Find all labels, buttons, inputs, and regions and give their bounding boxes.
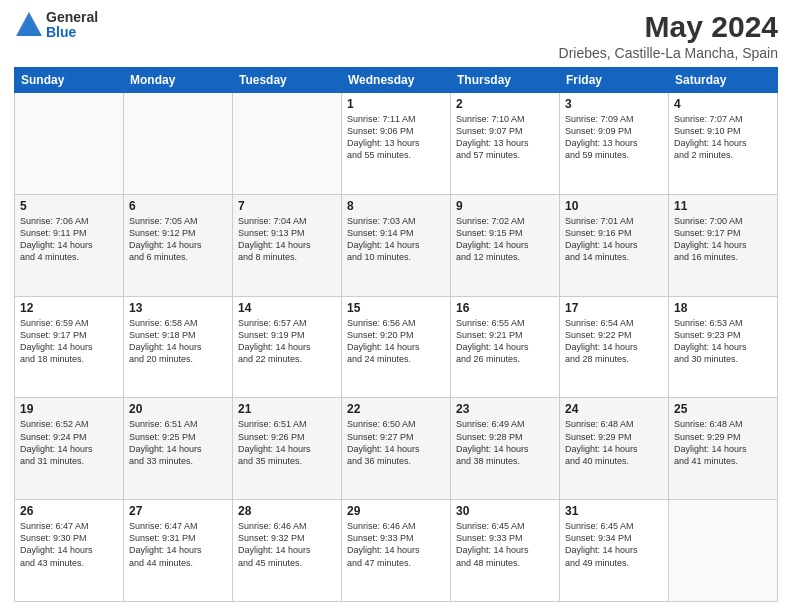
calendar-day: 14Sunrise: 6:57 AM Sunset: 9:19 PM Dayli… xyxy=(233,296,342,398)
day-number: 31 xyxy=(565,504,663,518)
day-number: 13 xyxy=(129,301,227,315)
calendar-day: 12Sunrise: 6:59 AM Sunset: 9:17 PM Dayli… xyxy=(15,296,124,398)
day-number: 15 xyxy=(347,301,445,315)
day-info: Sunrise: 6:46 AM Sunset: 9:32 PM Dayligh… xyxy=(238,520,336,569)
day-number: 25 xyxy=(674,402,772,416)
day-info: Sunrise: 6:59 AM Sunset: 9:17 PM Dayligh… xyxy=(20,317,118,366)
day-info: Sunrise: 7:11 AM Sunset: 9:06 PM Dayligh… xyxy=(347,113,445,162)
day-number: 7 xyxy=(238,199,336,213)
month-title: May 2024 xyxy=(559,10,778,43)
day-number: 14 xyxy=(238,301,336,315)
calendar-week-row: 1Sunrise: 7:11 AM Sunset: 9:06 PM Daylig… xyxy=(15,93,778,195)
day-number: 4 xyxy=(674,97,772,111)
calendar-header-row: Sunday Monday Tuesday Wednesday Thursday… xyxy=(15,68,778,93)
day-info: Sunrise: 7:01 AM Sunset: 9:16 PM Dayligh… xyxy=(565,215,663,264)
day-number: 9 xyxy=(456,199,554,213)
day-info: Sunrise: 6:52 AM Sunset: 9:24 PM Dayligh… xyxy=(20,418,118,467)
day-number: 29 xyxy=(347,504,445,518)
logo-icon xyxy=(14,10,44,40)
col-monday: Monday xyxy=(124,68,233,93)
calendar-day: 24Sunrise: 6:48 AM Sunset: 9:29 PM Dayli… xyxy=(560,398,669,500)
day-info: Sunrise: 7:06 AM Sunset: 9:11 PM Dayligh… xyxy=(20,215,118,264)
day-info: Sunrise: 6:53 AM Sunset: 9:23 PM Dayligh… xyxy=(674,317,772,366)
day-info: Sunrise: 7:07 AM Sunset: 9:10 PM Dayligh… xyxy=(674,113,772,162)
day-info: Sunrise: 6:55 AM Sunset: 9:21 PM Dayligh… xyxy=(456,317,554,366)
calendar-day xyxy=(15,93,124,195)
title-block: May 2024 Driebes, Castille-La Mancha, Sp… xyxy=(559,10,778,61)
day-number: 16 xyxy=(456,301,554,315)
calendar-day: 25Sunrise: 6:48 AM Sunset: 9:29 PM Dayli… xyxy=(669,398,778,500)
calendar-day xyxy=(233,93,342,195)
calendar-table: Sunday Monday Tuesday Wednesday Thursday… xyxy=(14,67,778,602)
calendar-day: 10Sunrise: 7:01 AM Sunset: 9:16 PM Dayli… xyxy=(560,194,669,296)
day-number: 6 xyxy=(129,199,227,213)
calendar-day: 7Sunrise: 7:04 AM Sunset: 9:13 PM Daylig… xyxy=(233,194,342,296)
col-sunday: Sunday xyxy=(15,68,124,93)
day-number: 10 xyxy=(565,199,663,213)
day-info: Sunrise: 7:09 AM Sunset: 9:09 PM Dayligh… xyxy=(565,113,663,162)
calendar-week-row: 12Sunrise: 6:59 AM Sunset: 9:17 PM Dayli… xyxy=(15,296,778,398)
col-saturday: Saturday xyxy=(669,68,778,93)
calendar-week-row: 19Sunrise: 6:52 AM Sunset: 9:24 PM Dayli… xyxy=(15,398,778,500)
calendar-day: 26Sunrise: 6:47 AM Sunset: 9:30 PM Dayli… xyxy=(15,500,124,602)
day-info: Sunrise: 6:50 AM Sunset: 9:27 PM Dayligh… xyxy=(347,418,445,467)
day-number: 18 xyxy=(674,301,772,315)
day-number: 21 xyxy=(238,402,336,416)
day-number: 19 xyxy=(20,402,118,416)
calendar-day: 9Sunrise: 7:02 AM Sunset: 9:15 PM Daylig… xyxy=(451,194,560,296)
calendar-day: 13Sunrise: 6:58 AM Sunset: 9:18 PM Dayli… xyxy=(124,296,233,398)
day-info: Sunrise: 7:00 AM Sunset: 9:17 PM Dayligh… xyxy=(674,215,772,264)
day-number: 30 xyxy=(456,504,554,518)
calendar-day: 3Sunrise: 7:09 AM Sunset: 9:09 PM Daylig… xyxy=(560,93,669,195)
day-number: 1 xyxy=(347,97,445,111)
day-number: 12 xyxy=(20,301,118,315)
day-number: 27 xyxy=(129,504,227,518)
day-info: Sunrise: 6:49 AM Sunset: 9:28 PM Dayligh… xyxy=(456,418,554,467)
day-number: 11 xyxy=(674,199,772,213)
day-info: Sunrise: 7:04 AM Sunset: 9:13 PM Dayligh… xyxy=(238,215,336,264)
calendar-day xyxy=(669,500,778,602)
logo: General Blue xyxy=(14,10,98,41)
day-info: Sunrise: 6:45 AM Sunset: 9:33 PM Dayligh… xyxy=(456,520,554,569)
day-info: Sunrise: 6:51 AM Sunset: 9:26 PM Dayligh… xyxy=(238,418,336,467)
logo-text: General Blue xyxy=(46,10,98,41)
calendar-day: 30Sunrise: 6:45 AM Sunset: 9:33 PM Dayli… xyxy=(451,500,560,602)
calendar-day: 4Sunrise: 7:07 AM Sunset: 9:10 PM Daylig… xyxy=(669,93,778,195)
day-info: Sunrise: 7:02 AM Sunset: 9:15 PM Dayligh… xyxy=(456,215,554,264)
logo-blue-text: Blue xyxy=(46,25,98,40)
day-info: Sunrise: 6:54 AM Sunset: 9:22 PM Dayligh… xyxy=(565,317,663,366)
day-info: Sunrise: 7:05 AM Sunset: 9:12 PM Dayligh… xyxy=(129,215,227,264)
day-number: 3 xyxy=(565,97,663,111)
day-info: Sunrise: 6:45 AM Sunset: 9:34 PM Dayligh… xyxy=(565,520,663,569)
calendar-day: 28Sunrise: 6:46 AM Sunset: 9:32 PM Dayli… xyxy=(233,500,342,602)
day-info: Sunrise: 6:58 AM Sunset: 9:18 PM Dayligh… xyxy=(129,317,227,366)
day-info: Sunrise: 6:56 AM Sunset: 9:20 PM Dayligh… xyxy=(347,317,445,366)
calendar-day: 2Sunrise: 7:10 AM Sunset: 9:07 PM Daylig… xyxy=(451,93,560,195)
day-info: Sunrise: 7:03 AM Sunset: 9:14 PM Dayligh… xyxy=(347,215,445,264)
calendar-day: 20Sunrise: 6:51 AM Sunset: 9:25 PM Dayli… xyxy=(124,398,233,500)
day-info: Sunrise: 6:47 AM Sunset: 9:30 PM Dayligh… xyxy=(20,520,118,569)
calendar-day: 8Sunrise: 7:03 AM Sunset: 9:14 PM Daylig… xyxy=(342,194,451,296)
day-info: Sunrise: 6:46 AM Sunset: 9:33 PM Dayligh… xyxy=(347,520,445,569)
day-number: 23 xyxy=(456,402,554,416)
day-number: 17 xyxy=(565,301,663,315)
day-number: 8 xyxy=(347,199,445,213)
page: General Blue May 2024 Driebes, Castille-… xyxy=(0,0,792,612)
day-number: 20 xyxy=(129,402,227,416)
day-number: 24 xyxy=(565,402,663,416)
day-number: 22 xyxy=(347,402,445,416)
calendar-day: 5Sunrise: 7:06 AM Sunset: 9:11 PM Daylig… xyxy=(15,194,124,296)
col-thursday: Thursday xyxy=(451,68,560,93)
day-info: Sunrise: 6:57 AM Sunset: 9:19 PM Dayligh… xyxy=(238,317,336,366)
day-info: Sunrise: 6:48 AM Sunset: 9:29 PM Dayligh… xyxy=(674,418,772,467)
header: General Blue May 2024 Driebes, Castille-… xyxy=(14,10,778,61)
col-wednesday: Wednesday xyxy=(342,68,451,93)
day-info: Sunrise: 6:51 AM Sunset: 9:25 PM Dayligh… xyxy=(129,418,227,467)
day-number: 2 xyxy=(456,97,554,111)
col-tuesday: Tuesday xyxy=(233,68,342,93)
calendar-day: 17Sunrise: 6:54 AM Sunset: 9:22 PM Dayli… xyxy=(560,296,669,398)
day-number: 26 xyxy=(20,504,118,518)
calendar-week-row: 26Sunrise: 6:47 AM Sunset: 9:30 PM Dayli… xyxy=(15,500,778,602)
logo-general-text: General xyxy=(46,10,98,25)
calendar-day: 22Sunrise: 6:50 AM Sunset: 9:27 PM Dayli… xyxy=(342,398,451,500)
